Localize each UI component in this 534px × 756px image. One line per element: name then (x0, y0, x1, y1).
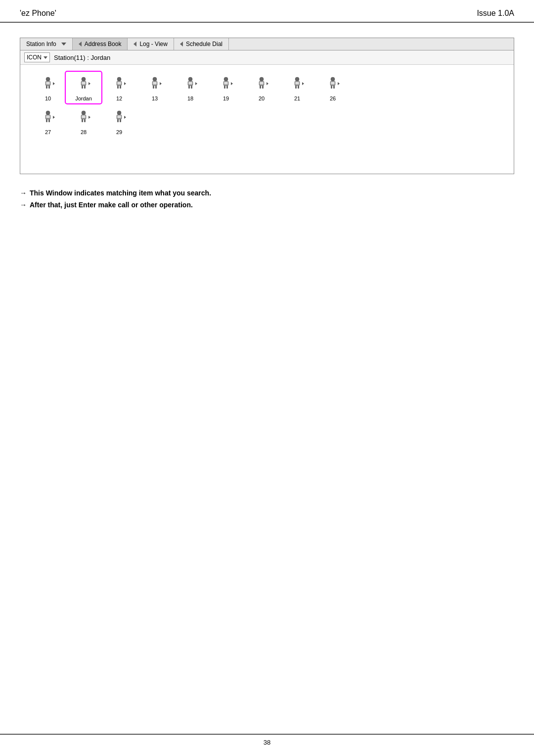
station-label-28: 28 (81, 129, 87, 135)
svg-rect-4 (48, 86, 50, 89)
person-icon-20 (253, 75, 270, 94)
notes-section: → This Window indicates matching item wh… (20, 189, 514, 209)
person-icon-28 (75, 108, 92, 128)
svg-rect-40 (262, 86, 264, 89)
tab-log-view-label: Log - View (139, 41, 167, 47)
svg-marker-71 (124, 116, 126, 119)
station-item-21[interactable]: 21 (279, 72, 315, 103)
station-item-28[interactable]: 28 (66, 105, 101, 137)
arrow-icon-1: → (20, 189, 27, 197)
person-icon-10 (39, 75, 57, 94)
station-item-18[interactable]: 18 (173, 72, 208, 103)
station-label-13: 13 (152, 95, 158, 101)
svg-rect-69 (117, 119, 119, 122)
station-item-12[interactable]: 12 (101, 72, 137, 103)
svg-rect-51 (331, 86, 332, 89)
note-text-2: After that, just Enter make call or othe… (30, 201, 193, 209)
main-content: Station Info Address Book Log - View Sch… (0, 23, 534, 228)
header-title-left: 'ez Phone' (20, 9, 56, 18)
svg-marker-23 (160, 82, 162, 85)
svg-rect-64 (84, 119, 86, 122)
svg-point-66 (117, 111, 121, 115)
tab-station-info-label: Station Info (26, 41, 56, 47)
person-icon-27 (39, 108, 57, 128)
station-label-27: 27 (45, 129, 51, 135)
svg-point-42 (295, 77, 299, 81)
left-arrow-icon-2 (134, 42, 136, 47)
svg-point-12 (117, 77, 121, 81)
page-footer: 38 (0, 734, 534, 746)
station-label-29: 29 (116, 129, 122, 135)
note-text-1: This Window indicates matching item what… (30, 189, 211, 197)
station-label-19: 19 (223, 95, 229, 101)
header-title-right: Issue 1.0A (477, 9, 514, 18)
stations-grid: 10 (30, 72, 504, 137)
svg-rect-38 (260, 82, 264, 85)
person-icon-12 (110, 75, 128, 94)
svg-point-36 (260, 77, 264, 81)
tab-station-info[interactable]: Station Info (20, 38, 73, 50)
svg-marker-29 (195, 82, 197, 85)
svg-rect-3 (46, 86, 47, 89)
person-icon-18 (181, 75, 199, 94)
station-label-26: 26 (330, 95, 336, 101)
svg-point-54 (46, 111, 50, 115)
station-item-10[interactable]: 10 (30, 72, 66, 103)
tab-bar: Station Info Address Book Log - View Sch… (20, 38, 514, 50)
svg-rect-70 (120, 119, 121, 122)
svg-marker-53 (338, 82, 340, 85)
svg-marker-11 (89, 82, 90, 85)
svg-rect-56 (46, 115, 50, 118)
tab-address-book[interactable]: Address Book (73, 38, 128, 50)
station-item-20[interactable]: 20 (244, 72, 279, 103)
station-item-11[interactable]: Jordan (66, 72, 101, 103)
icon-dropdown[interactable]: ICON (24, 52, 50, 62)
station-item-27[interactable]: 27 (30, 105, 66, 137)
page-header: 'ez Phone' Issue 1.0A (0, 0, 534, 23)
svg-rect-28 (191, 86, 192, 89)
person-icon-21 (288, 75, 306, 94)
svg-point-6 (82, 77, 86, 81)
svg-rect-20 (153, 82, 157, 85)
station-item-13[interactable]: 13 (137, 72, 173, 103)
station-item-29[interactable]: 29 (101, 105, 137, 137)
svg-marker-47 (302, 82, 304, 85)
stations-grid-area: 10 (20, 65, 514, 174)
svg-rect-57 (46, 119, 47, 122)
svg-rect-15 (117, 86, 119, 89)
svg-rect-14 (117, 82, 121, 85)
svg-rect-26 (188, 82, 192, 85)
note-1: → This Window indicates matching item wh… (20, 189, 514, 197)
svg-marker-41 (267, 82, 268, 85)
arrow-icon-2: → (20, 201, 27, 209)
station-label-10: 10 (45, 95, 51, 101)
svg-rect-22 (155, 86, 157, 89)
station-item-26[interactable]: 26 (315, 72, 351, 103)
station-bar: ICON Station(11) : Jordan (20, 50, 514, 65)
svg-marker-5 (53, 82, 55, 85)
svg-rect-8 (82, 82, 86, 85)
svg-rect-52 (333, 86, 335, 89)
app-window: Station Info Address Book Log - View Sch… (20, 38, 514, 174)
svg-rect-32 (224, 82, 228, 85)
person-icon-13 (146, 75, 164, 94)
person-icon-11 (75, 75, 92, 94)
station-item-19[interactable]: 19 (208, 72, 244, 103)
svg-rect-62 (82, 115, 86, 118)
tab-schedule-dial[interactable]: Schedule Dial (174, 38, 229, 50)
svg-rect-9 (82, 86, 83, 89)
person-icon-19 (217, 75, 235, 94)
svg-rect-46 (298, 86, 299, 89)
tab-log-view[interactable]: Log - View (128, 38, 174, 50)
svg-rect-39 (260, 86, 261, 89)
dropdown-arrow-icon (44, 56, 47, 59)
tab-schedule-dial-label: Schedule Dial (186, 41, 222, 47)
svg-rect-34 (226, 86, 228, 89)
page-number: 38 (264, 739, 270, 746)
svg-marker-59 (53, 116, 55, 119)
svg-marker-17 (124, 82, 126, 85)
station-label-21: 21 (294, 95, 300, 101)
svg-rect-10 (84, 86, 86, 89)
icon-dropdown-label: ICON (27, 54, 42, 61)
svg-point-24 (188, 77, 192, 81)
